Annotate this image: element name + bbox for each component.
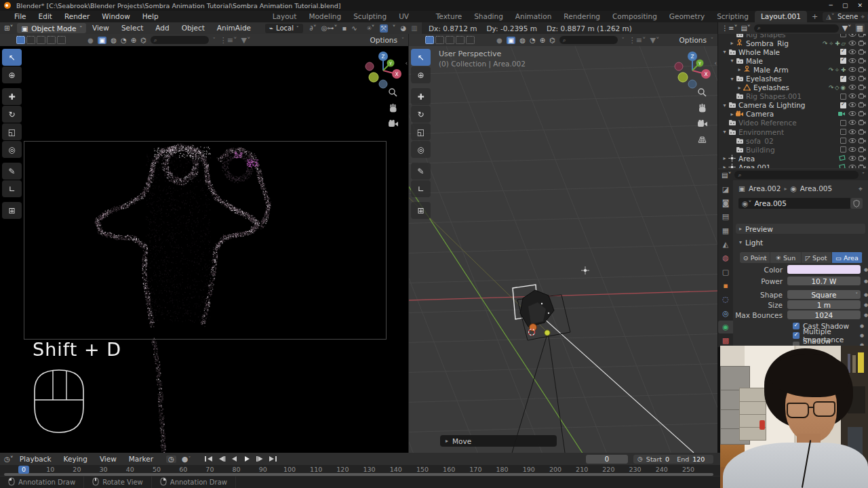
tool-annotate-button[interactable]: ✎ — [2, 163, 22, 180]
operator-panel[interactable]: ▸ Move — [440, 435, 557, 447]
animate-dot-icon[interactable]: ● — [864, 267, 868, 272]
animate-dot-icon[interactable]: ● — [860, 323, 864, 329]
hide-viewport-eye-icon[interactable] — [848, 146, 856, 154]
animate-dot-icon[interactable]: ● — [864, 302, 868, 308]
options-chevron-icon[interactable]: ˅ — [401, 37, 404, 43]
outliner-row-camera[interactable]: ▸Camera — [718, 110, 868, 119]
play-reverse-button[interactable] — [229, 455, 239, 464]
pan-view-icon[interactable] — [696, 102, 708, 114]
timeline-editor-icon[interactable]: ◷˅ — [4, 455, 14, 463]
jump-to-end-button[interactable] — [267, 455, 278, 464]
collection-checkbox[interactable] — [840, 138, 846, 144]
expand-arrow-icon[interactable]: ▾ — [722, 49, 728, 55]
navigation-gizmo[interactable]: ZXY — [363, 50, 403, 92]
menu-window[interactable]: Window — [96, 11, 136, 22]
overlays-icon[interactable]: ◕ — [401, 24, 407, 32]
overlay-icon[interactable]: ◔ — [530, 37, 536, 44]
zoom-view-icon[interactable] — [696, 87, 708, 98]
properties-tab-view-layer[interactable]: ▦ — [718, 224, 733, 237]
expand-arrow-icon[interactable]: ▸ — [736, 85, 743, 91]
properties-search-input[interactable]: ⌕ — [734, 171, 859, 179]
close-icon[interactable]: ✕ — [857, 2, 863, 9]
list-icon[interactable]: ⋮≡˅ — [629, 36, 646, 45]
jump-to-start-button[interactable] — [203, 455, 214, 464]
tool-move-button[interactable]: ✚ — [411, 88, 431, 105]
disable-render-camera-icon[interactable] — [859, 66, 866, 74]
workspace-tab-animation[interactable]: Animation — [509, 11, 558, 22]
animate-dot-icon[interactable]: ● — [864, 279, 868, 284]
world-icon[interactable]: ⊕ — [131, 37, 136, 44]
workspace-tab-modeling[interactable]: Modeling — [302, 11, 347, 22]
power-field[interactable]: 10.7 W — [787, 277, 861, 285]
outliner-row-video-reference[interactable]: Video Reference — [718, 119, 868, 127]
brush-icon[interactable]: ⌬ — [549, 37, 555, 44]
workspace-tab-scripting[interactable]: Scripting — [711, 11, 755, 22]
pin-icon[interactable]: ⌖ — [861, 13, 865, 21]
hide-viewport-eye-icon[interactable] — [848, 83, 856, 92]
hide-viewport-eye-icon[interactable] — [848, 57, 856, 65]
pin-icon[interactable]: ⌖ — [859, 184, 863, 193]
ortho-view-icon[interactable] — [696, 134, 708, 145]
current-frame-field[interactable]: 0 — [586, 455, 628, 464]
outliner-row-environment[interactable]: ▾Environment — [718, 127, 868, 136]
hide-viewport-eye-icon[interactable] — [848, 66, 856, 74]
viewport-menu-select[interactable]: Select — [115, 22, 149, 34]
workspace-tab-sculpting[interactable]: Sculpting — [347, 11, 393, 22]
gizmo-dropdown-icon[interactable]: ˅ — [393, 24, 396, 32]
hide-viewport-eye-icon[interactable] — [848, 155, 856, 163]
camera-view-icon[interactable] — [387, 118, 399, 129]
hide-viewport-eye-icon[interactable] — [848, 137, 856, 145]
properties-tab-render[interactable]: ◙ — [718, 197, 733, 209]
tool-add-cube-button[interactable]: ⊞ — [411, 202, 431, 219]
tool-cursor-button[interactable]: ⊕ — [2, 66, 22, 83]
viewport-menu-animaide[interactable]: AnimAide — [211, 22, 257, 34]
expand-arrow-icon[interactable]: ▾ — [722, 102, 728, 108]
outliner-row-male[interactable]: ▾Male — [718, 56, 868, 65]
collection-checkbox[interactable] — [840, 49, 846, 55]
checkbox-checked[interactable] — [793, 332, 800, 339]
shading-rendered-icon[interactable]: ▣ — [98, 37, 106, 44]
size-field[interactable]: 1 m — [787, 300, 861, 309]
outliner-row-male-arm[interactable]: ▸Male_Arm↷✧✚ — [718, 65, 868, 74]
shading-material-icon[interactable]: ◍ — [519, 37, 526, 44]
chevron-down-icon[interactable]: ˅ — [188, 456, 191, 462]
tool-transform-button[interactable]: ◎ — [2, 141, 22, 158]
tool-rotate-button[interactable]: ↻ — [411, 106, 431, 123]
editor-type-button[interactable]: ⊞˅ — [4, 24, 13, 32]
brush-icon[interactable]: ⌬ — [140, 37, 146, 44]
gizmo-toggle-icon[interactable]: ⤧ — [380, 24, 388, 33]
tool-measure-button[interactable]: ∟ — [411, 180, 431, 197]
outliner-row-eyelashes[interactable]: ▾Eyelashes — [718, 74, 868, 83]
overlay-icon[interactable]: ◔ — [121, 37, 127, 44]
outliner-row-camera-lighting[interactable]: ▾Camera & Lighting — [718, 101, 868, 110]
preview-section[interactable]: ▸ Preview — [736, 224, 865, 234]
disable-render-camera-icon[interactable] — [859, 128, 866, 136]
hide-viewport-eye-icon[interactable] — [848, 128, 856, 136]
outliner-row-building[interactable]: Building — [718, 145, 868, 154]
properties-tab-output[interactable]: ▤ — [718, 211, 733, 223]
pivot-icon[interactable]: ⍟˅ — [368, 24, 375, 33]
prev-keyframe-button[interactable] — [216, 455, 226, 464]
world-icon[interactable]: ⊕ — [540, 37, 545, 44]
properties-tab-tool[interactable]: ◪ — [718, 183, 733, 195]
animate-dot-icon[interactable]: ● — [860, 333, 864, 338]
light-type-spot[interactable]: ◸Spot — [802, 252, 832, 263]
chevron-down-icon[interactable]: ˅ — [862, 172, 865, 178]
workspace-tab-shading[interactable]: Shading — [468, 11, 509, 22]
tool-move-button[interactable]: ✚ — [2, 88, 22, 105]
options-dropdown[interactable]: Options — [370, 36, 397, 44]
proportional-edit-icon[interactable]: ◎⊶˅ — [321, 24, 338, 32]
options-dropdown[interactable]: Options — [679, 36, 707, 44]
disable-render-camera-icon[interactable] — [859, 48, 866, 56]
shading-solid-icon[interactable]: ▣ — [507, 37, 515, 44]
tool-scale-button[interactable]: ◱ — [411, 123, 431, 140]
select-mode-icons[interactable] — [425, 36, 475, 44]
animate-dot-icon[interactable]: ● — [864, 312, 868, 318]
light-type-sun[interactable]: ☀Sun — [770, 252, 801, 263]
workspace-tab-rendering[interactable]: Rendering — [557, 11, 606, 22]
filter-icon[interactable]: ▼˅ — [241, 36, 251, 45]
filter-icon[interactable]: ▼˅ — [842, 24, 852, 33]
collection-checkbox[interactable] — [840, 58, 846, 64]
new-collection-button[interactable]: ▦ — [855, 24, 865, 33]
workspace-tab-geometry-nodes[interactable]: Geometry Nodes — [663, 11, 711, 22]
